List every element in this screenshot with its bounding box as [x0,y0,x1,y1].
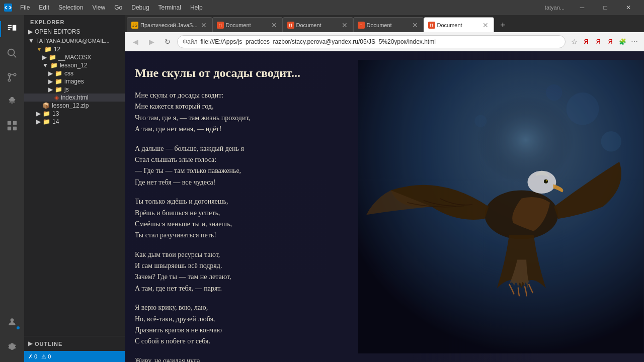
close-button[interactable]: ✕ [617,0,640,15]
address-protocol-icon: Файл [183,38,198,45]
tab-2-close[interactable]: ✕ [341,21,349,29]
tree-item-js[interactable]: ▶ 📁 js [24,85,125,94]
status-errors[interactable]: ✗ 0 [28,353,37,360]
search-activity-icon[interactable] [0,41,24,65]
tree-item-indexhtml[interactable]: ◈ index.html [24,94,125,102]
tree-item-images[interactable]: ▶ 📁 images [24,77,125,85]
tab-4-title: Document [437,22,479,28]
outline-chevron: ▶ [28,340,33,347]
main-layout: Explorer ▶ OPEN EDITORS ▼ TATYANA.DUMKA@… [0,15,644,362]
poem-line: А дальше — больше, каждый день я [135,143,396,154]
poem-line: Что там, где я, — там жизнь проходит, [135,113,396,124]
outline-header[interactable]: ▶ OUTLINE [24,338,125,349]
open-editors-chevron: ▶ [28,28,33,35]
folder-12-label: 12 [54,46,60,53]
tree-item-13[interactable]: ▶ 📁 13 [24,110,125,118]
address-bar[interactable]: Файл file:///E:/Apps/js_practices_razbor… [177,35,566,48]
extensions-activity-icon[interactable] [0,114,24,138]
menu-terminal[interactable]: Terminal [154,3,185,12]
tree-item-lesson12[interactable]: ▼ 📁 lesson_12 [24,61,125,69]
tab-0-title: Практический JavaS... [140,22,198,28]
more-button[interactable]: ⋯ [629,36,640,47]
tab-4-close[interactable]: ✕ [481,21,490,29]
new-tab-button[interactable]: + [496,18,510,32]
tab-0-close[interactable]: ✕ [200,21,208,29]
yandex-icon-2[interactable]: Я [593,36,604,47]
poem-line: — Где ты — там только паваженье, [135,165,396,176]
folder-12-icon: 📁 [44,46,52,53]
account-activity-icon[interactable] [0,310,24,334]
svg-rect-5 [8,121,11,125]
tree-item-14[interactable]: ▶ 📁 14 [24,118,125,126]
tree-item-lesson12zip[interactable]: 📦 lesson_12.zip [24,102,125,110]
svg-rect-8 [13,127,17,130]
poem-stanza-1: А дальше — больше, каждый день я Стал сл… [135,143,396,189]
extension-icon[interactable]: 🧩 [617,36,628,47]
user-section[interactable]: ▼ TATYANA.DUMKA@GMAIL... [24,36,125,45]
file-zip-label: lesson_12.zip [52,102,89,109]
tab-3-close[interactable]: ✕ [411,21,419,29]
menu-debug[interactable]: Debug [127,3,153,12]
menu-help[interactable]: Help [186,3,207,12]
address-text: file:///E:/Apps/js_practices_razbor/stac… [201,38,560,45]
tab-1-close[interactable]: ✕ [270,21,278,29]
yandex-icon-3[interactable]: Я [605,36,616,47]
svg-point-17 [601,131,622,152]
poem-stanza-2: Ты только ждёшь и догоняешь, Врёшь и бои… [135,196,396,241]
menu-view[interactable]: View [88,3,109,12]
bookmark-button[interactable]: ☆ [569,36,580,47]
yandex-icon-1[interactable]: Я [581,36,592,47]
browser-tab-0[interactable]: JS Практический JavaS... ✕ [127,17,212,32]
svg-rect-7 [8,127,11,130]
user-label: TATYANA.DUMKA@GMAIL... [36,38,110,44]
tree-item-macosx[interactable]: ▶ 📁 __MACOSX [24,53,125,61]
folder-14-chevron: ▶ [36,118,41,125]
folder-images-chevron: ▶ [48,78,53,85]
folder-css-chevron: ▶ [48,70,53,77]
refresh-button[interactable]: ↻ [161,35,174,48]
menu-edit[interactable]: Edit [35,3,53,12]
browser-content: Мне скулы от досады сводит... Мне скулы … [125,51,644,362]
right-panel: JS Практический JavaS... ✕ H Document ✕ … [125,15,644,362]
file-zip-icon: 📦 [42,102,50,109]
settings-activity-icon[interactable] [0,334,24,358]
menu-go[interactable]: Go [110,3,126,12]
tab-3-favicon: H [358,22,365,29]
menu-selection[interactable]: Selection [54,3,87,12]
poem-line: Зачем? Где ты — там не летают, [135,272,396,283]
git-activity-icon[interactable] [0,65,24,89]
maximize-button[interactable]: □ [594,0,617,15]
browser-tab-1[interactable]: H Document ✕ [212,17,283,32]
folder-js-icon: 📁 [55,86,62,93]
back-button[interactable]: ◀ [129,35,142,48]
status-bar: ✗ 0 ⚠ 0 [24,351,125,362]
poem-line: Живу, не ожидая чуда, [135,355,396,362]
poem-line: Мне кажется который год, [135,101,396,112]
tab-3-title: Document [367,22,409,28]
debug-activity-icon[interactable] [0,89,24,114]
forward-button[interactable]: ▶ [145,35,158,48]
folder-macosx-label: __MACOSX [58,54,91,61]
file-indexhtml-label: index.html [61,94,89,101]
svg-line-1 [14,55,17,58]
svg-rect-6 [13,121,17,125]
menu-file[interactable]: File [16,3,34,12]
browser-tab-4[interactable]: H Document ✕ [424,17,494,32]
explorer-activity-icon[interactable] [0,17,24,41]
folder-macosx-icon: 📁 [49,54,56,61]
browser-tab-2[interactable]: H Document ✕ [283,17,353,32]
svg-point-9 [11,318,14,322]
tree-item-12[interactable]: ▼ 📁 12 [24,45,125,53]
tab-2-favicon: H [287,22,294,29]
svg-point-18 [546,84,562,101]
poem-line: Я верю крику, вою, лаю, [135,302,396,313]
status-warnings[interactable]: ⚠ 0 [41,353,51,360]
title-user: tatyan... [545,5,565,11]
open-editors-label: OPEN EDITORS [35,28,80,35]
folder-js-label: js [64,86,69,93]
minimize-button[interactable]: ─ [571,0,594,15]
browser-tab-3[interactable]: H Document ✕ [353,17,424,32]
open-editors-section[interactable]: ▶ OPEN EDITORS [24,27,125,36]
eagle-illustration [358,51,644,362]
tree-item-css[interactable]: ▶ 📁 css [24,69,125,77]
